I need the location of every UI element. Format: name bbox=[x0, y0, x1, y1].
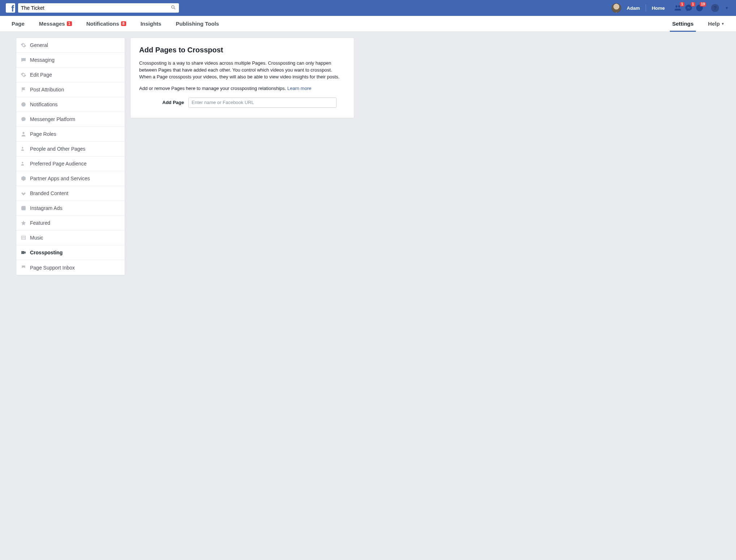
search-icon[interactable] bbox=[171, 5, 176, 11]
main-panel: Add Pages to Crosspost Crossposting is a… bbox=[130, 38, 354, 118]
sidebar-item-branded-content[interactable]: Branded Content bbox=[16, 186, 125, 201]
flag-icon bbox=[21, 87, 26, 92]
sidebar-item-partner-apps[interactable]: Partner Apps and Services bbox=[16, 171, 125, 186]
tab-label: Messages bbox=[39, 21, 65, 27]
sidebar-item-notifications[interactable]: Notifications bbox=[16, 97, 125, 112]
topbar-right: Adam Home 1 1 19 ? ▼ bbox=[612, 3, 730, 13]
settings-sidebar: General Messaging Edit Page Post Attribu… bbox=[16, 38, 125, 275]
tab-settings[interactable]: Settings bbox=[665, 16, 701, 31]
sidebar-item-crossposting[interactable]: Crossposting bbox=[16, 245, 125, 260]
page-title: Add Pages to Crosspost bbox=[139, 46, 345, 54]
learn-more-link[interactable]: Learn more bbox=[287, 86, 311, 91]
add-page-input[interactable] bbox=[188, 98, 337, 108]
sidebar-item-edit-page[interactable]: Edit Page bbox=[16, 68, 125, 82]
sidebar-item-label: Post Attribution bbox=[30, 87, 64, 92]
tab-page[interactable]: Page bbox=[4, 16, 32, 31]
tab-label: Insights bbox=[141, 21, 162, 27]
add-page-row: Add Page bbox=[139, 98, 345, 108]
messenger-icon[interactable]: 1 bbox=[684, 3, 694, 13]
gear-icon bbox=[21, 72, 26, 78]
sidebar-item-support-inbox[interactable]: Page Support Inbox bbox=[16, 260, 125, 275]
tab-messages[interactable]: Messages1 bbox=[32, 16, 79, 31]
messages-count-badge: 1 bbox=[67, 21, 72, 26]
tab-label: Publishing Tools bbox=[176, 21, 219, 27]
people-icon bbox=[21, 146, 26, 152]
settings-menu-caret-icon[interactable]: ▼ bbox=[725, 6, 729, 10]
svg-line-1 bbox=[174, 8, 175, 9]
icon-group: 1 1 19 bbox=[673, 3, 705, 13]
notifications-badge: 19 bbox=[700, 2, 706, 7]
tab-label: Page bbox=[12, 21, 25, 27]
sidebar-item-people-pages[interactable]: People and Other Pages bbox=[16, 142, 125, 156]
add-page-label: Add Page bbox=[148, 100, 184, 105]
person-icon bbox=[21, 131, 26, 137]
profile-link[interactable]: Adam bbox=[623, 5, 643, 11]
sidebar-item-label: Crossposting bbox=[30, 250, 63, 255]
sidebar-item-label: Page Support Inbox bbox=[30, 265, 75, 271]
description: Crossposting is a way to share videos ac… bbox=[139, 60, 345, 81]
sidebar-item-general[interactable]: General bbox=[16, 38, 125, 53]
friend-requests-icon[interactable]: 1 bbox=[673, 3, 683, 13]
box-icon bbox=[21, 176, 26, 181]
tab-insights[interactable]: Insights bbox=[133, 16, 169, 31]
chevron-down-icon: ▼ bbox=[721, 22, 724, 26]
sidebar-item-label: Music bbox=[30, 235, 43, 241]
sidebar-item-messenger-platform[interactable]: Messenger Platform bbox=[16, 112, 125, 127]
messenger-icon bbox=[21, 116, 26, 122]
tab-label: Notifications bbox=[86, 21, 119, 27]
globe-icon bbox=[21, 102, 26, 107]
sidebar-item-label: Preferred Page Audience bbox=[30, 161, 86, 167]
svg-point-2 bbox=[21, 102, 26, 107]
separator bbox=[646, 4, 646, 12]
svg-point-0 bbox=[172, 6, 175, 9]
sidebar-item-label: Notifications bbox=[30, 102, 57, 107]
tab-label: Settings bbox=[672, 21, 693, 27]
handshake-icon bbox=[21, 190, 26, 196]
sidebar-item-instagram-ads[interactable]: Instagram Ads bbox=[16, 201, 125, 216]
sidebar-item-label: Instagram Ads bbox=[30, 205, 63, 211]
instagram-icon bbox=[21, 205, 26, 211]
page-tabs: Page Messages1 Notifications8 Insights P… bbox=[0, 16, 736, 32]
sidebar-item-music[interactable]: Music bbox=[16, 231, 125, 245]
sidebar-item-label: Edit Page bbox=[30, 72, 52, 78]
search-input[interactable] bbox=[18, 3, 179, 13]
sidebar-item-post-attribution[interactable]: Post Attribution bbox=[16, 82, 125, 97]
tab-publishing-tools[interactable]: Publishing Tools bbox=[168, 16, 226, 31]
facebook-logo[interactable]: f bbox=[6, 3, 15, 13]
sidebar-item-label: General bbox=[30, 42, 48, 48]
tab-notifications[interactable]: Notifications8 bbox=[79, 16, 133, 31]
star-icon bbox=[21, 220, 26, 226]
body-wrap: General Messaging Edit Page Post Attribu… bbox=[0, 32, 736, 281]
notifications-icon[interactable]: 19 bbox=[694, 3, 705, 13]
sidebar-item-preferred-audience[interactable]: Preferred Page Audience bbox=[16, 156, 125, 171]
manage-text: Add or remove Pages here to manage your … bbox=[139, 86, 287, 91]
tab-help[interactable]: Help▼ bbox=[701, 16, 732, 31]
tab-label: Help bbox=[708, 21, 720, 27]
sidebar-item-label: Branded Content bbox=[30, 190, 68, 196]
home-link[interactable]: Home bbox=[648, 5, 668, 11]
spacer bbox=[226, 16, 665, 31]
chat-icon bbox=[21, 57, 26, 63]
manage-line: Add or remove Pages here to manage your … bbox=[139, 86, 345, 91]
sidebar-item-label: Page Roles bbox=[30, 131, 56, 137]
help-icon[interactable]: ? bbox=[711, 4, 719, 12]
music-icon bbox=[21, 235, 26, 241]
people-icon bbox=[21, 161, 26, 167]
flag-icon bbox=[21, 265, 26, 271]
sidebar-item-messaging[interactable]: Messaging bbox=[16, 53, 125, 68]
video-icon bbox=[21, 250, 26, 255]
svg-point-5 bbox=[25, 207, 25, 207]
notifications-count-badge: 8 bbox=[121, 21, 126, 26]
sidebar-item-page-roles[interactable]: Page Roles bbox=[16, 127, 125, 142]
sidebar-item-label: People and Other Pages bbox=[30, 146, 85, 152]
sidebar-item-label: Featured bbox=[30, 220, 50, 226]
sidebar-item-label: Messaging bbox=[30, 57, 55, 63]
gear-icon bbox=[21, 42, 26, 48]
topbar: f Adam Home 1 1 19 ? ▼ bbox=[0, 0, 736, 16]
search-wrap bbox=[18, 3, 179, 13]
sidebar-item-label: Partner Apps and Services bbox=[30, 176, 90, 181]
svg-point-4 bbox=[22, 207, 24, 209]
sidebar-item-featured[interactable]: Featured bbox=[16, 216, 125, 231]
sidebar-item-label: Messenger Platform bbox=[30, 116, 75, 122]
avatar[interactable] bbox=[612, 3, 621, 13]
